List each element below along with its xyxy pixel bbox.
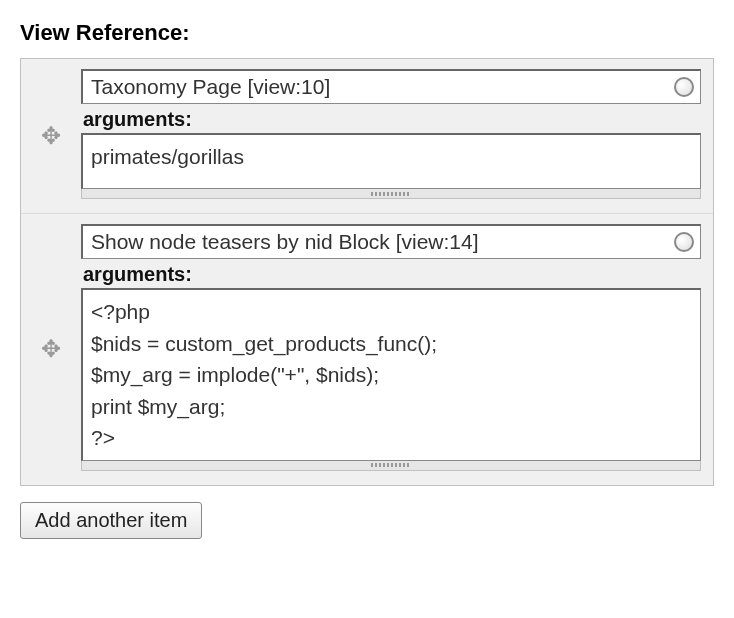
arguments-textarea[interactable]: <?php $nids = custom_get_products_func()…: [81, 288, 701, 461]
view-selector-value: Show node teasers by nid Block [view:14]: [91, 230, 479, 253]
view-selector[interactable]: Taxonomy Page [view:10]: [81, 69, 701, 104]
section-title: View Reference:: [20, 20, 714, 46]
view-reference-table: ✥ Taxonomy Page [view:10] arguments: pri…: [20, 58, 714, 486]
resize-grip-icon[interactable]: [81, 461, 701, 471]
content-cell: Taxonomy Page [view:10] arguments: prima…: [81, 59, 713, 213]
add-another-item-button[interactable]: Add another item: [20, 502, 202, 539]
drag-handle-icon[interactable]: ✥: [41, 335, 61, 363]
resize-grip-icon[interactable]: [81, 189, 701, 199]
view-selector[interactable]: Show node teasers by nid Block [view:14]: [81, 224, 701, 259]
arguments-textarea[interactable]: primates/gorillas: [81, 133, 701, 189]
arguments-label: arguments:: [83, 263, 701, 286]
table-row: ✥ Show node teasers by nid Block [view:1…: [21, 213, 713, 485]
arguments-label: arguments:: [83, 108, 701, 131]
table-row: ✥ Taxonomy Page [view:10] arguments: pri…: [21, 59, 713, 213]
dropdown-indicator-icon: [674, 77, 694, 97]
content-cell: Show node teasers by nid Block [view:14]…: [81, 214, 713, 485]
view-selector-value: Taxonomy Page [view:10]: [91, 75, 330, 98]
drag-cell: ✥: [21, 214, 81, 485]
drag-handle-icon[interactable]: ✥: [41, 122, 61, 150]
drag-cell: ✥: [21, 59, 81, 213]
dropdown-indicator-icon: [674, 232, 694, 252]
